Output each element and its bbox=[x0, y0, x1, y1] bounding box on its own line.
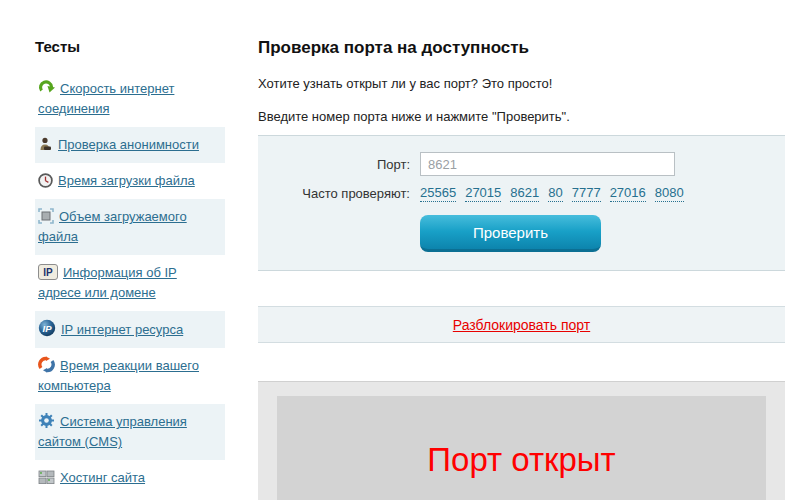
unblock-strip: Разблокировать порт bbox=[258, 306, 785, 343]
sidebar-item-load-time: Время загрузки файла bbox=[35, 163, 225, 199]
sidebar-item-cms: Система управления сайтом (CMS) bbox=[35, 404, 225, 460]
tests-sidebar: Тесты Скорость интернет соединения Прове… bbox=[35, 38, 225, 496]
frequent-port-link[interactable]: 7777 bbox=[572, 185, 601, 202]
frequent-ports-row: Часто проверяют: 25565 27015 8621 80 777… bbox=[258, 185, 785, 202]
sidebar-link-anonymity[interactable]: Проверка анонимности bbox=[58, 137, 199, 152]
frequent-port-link[interactable]: 27015 bbox=[465, 185, 501, 202]
main-content: Проверка порта на доступность Хотите узн… bbox=[258, 38, 785, 500]
sidebar-item-ip-info: IPИнформация об IP адресе или домене bbox=[35, 255, 225, 311]
sidebar-item-download-size: Объем загружаемого файла bbox=[35, 199, 225, 255]
sidebar-item-hosting: Хостинг сайта bbox=[35, 460, 225, 496]
hosting-icon bbox=[38, 470, 55, 485]
frequent-ports-label: Часто проверяют: bbox=[258, 186, 410, 201]
sidebar-link-cms[interactable]: Система управления сайтом (CMS) bbox=[38, 414, 187, 449]
port-input[interactable] bbox=[420, 152, 675, 176]
sidebar-link-ip-resource[interactable]: IP интернет ресурса bbox=[61, 322, 183, 337]
svg-text:IP: IP bbox=[43, 267, 53, 278]
sidebar-item-anonymity: Проверка анонимности bbox=[35, 127, 225, 163]
sidebar-item-ip-resource: IPIP интернет ресурса bbox=[35, 311, 225, 348]
frequent-port-link[interactable]: 25565 bbox=[420, 185, 456, 202]
cms-gear-icon bbox=[38, 412, 55, 429]
intro-line-1: Хотите узнать открыт ли у вас порт? Это … bbox=[258, 76, 785, 91]
frequent-port-link[interactable]: 8621 bbox=[510, 185, 539, 202]
clock-icon bbox=[38, 173, 53, 188]
page-title: Проверка порта на доступность bbox=[258, 38, 785, 58]
sidebar-link-reaction-time[interactable]: Время реакции вашего компьютера bbox=[38, 358, 199, 393]
anonymity-icon bbox=[38, 137, 53, 152]
sidebar-link-speed[interactable]: Скорость интернет соединения bbox=[38, 81, 174, 116]
unblock-port-link[interactable]: Разблокировать порт bbox=[453, 317, 590, 333]
reaction-time-icon bbox=[38, 356, 55, 373]
download-size-icon bbox=[38, 208, 54, 224]
result-area: Порт открыт bbox=[258, 381, 785, 500]
intro-line-2: Введите номер порта ниже и нажмите "Пров… bbox=[258, 109, 785, 124]
sidebar-link-hosting[interactable]: Хостинг сайта bbox=[60, 470, 145, 485]
frequent-port-link[interactable]: 8080 bbox=[655, 185, 684, 202]
sidebar-item-speed: Скорость интернет соединения bbox=[35, 71, 225, 127]
sidebar-link-load-time[interactable]: Время загрузки файла bbox=[58, 173, 195, 188]
svg-text:IP: IP bbox=[43, 323, 53, 334]
sidebar-item-reaction-time: Время реакции вашего компьютера bbox=[35, 348, 225, 404]
sidebar-link-download-size[interactable]: Объем загружаемого файла bbox=[38, 209, 187, 244]
port-check-form: Порт: Часто проверяют: 25565 27015 8621 … bbox=[258, 135, 785, 271]
frequent-ports-links: 25565 27015 8621 80 7777 27016 8080 bbox=[420, 185, 684, 202]
check-button[interactable]: Проверить bbox=[420, 215, 601, 252]
sidebar-list: Скорость интернет соединения Проверка ан… bbox=[35, 71, 225, 496]
frequent-port-link[interactable]: 80 bbox=[548, 185, 562, 202]
sidebar-heading: Тесты bbox=[35, 38, 225, 55]
port-row: Порт: bbox=[258, 152, 785, 176]
speed-icon bbox=[38, 79, 55, 96]
result-box: Порт открыт bbox=[277, 396, 766, 500]
ip-globe-icon: IP bbox=[38, 319, 56, 337]
frequent-port-link[interactable]: 27016 bbox=[610, 185, 646, 202]
result-status-text: Порт открыт bbox=[427, 441, 615, 478]
ip-badge-icon: IP bbox=[38, 264, 58, 280]
sidebar-link-ip-info[interactable]: Информация об IP адресе или домене bbox=[38, 265, 177, 300]
port-label: Порт: bbox=[258, 157, 410, 172]
